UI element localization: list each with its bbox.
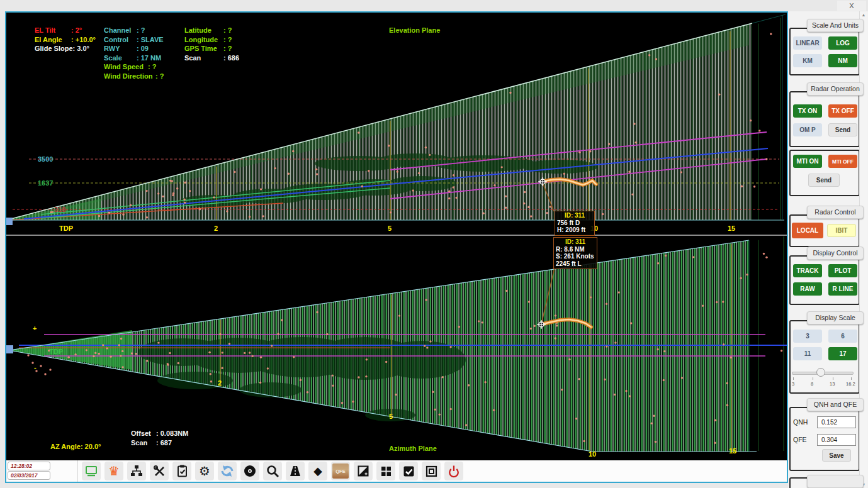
status-date: 02/03/2017 <box>8 471 50 480</box>
plot-button[interactable]: PLOT <box>828 264 857 277</box>
tx-on-button[interactable]: TX ON <box>793 104 822 118</box>
elevation-range-tdp: TDP <box>59 225 73 232</box>
monitor-icon <box>84 464 98 478</box>
log-button[interactable]: LOG <box>828 36 857 50</box>
slider-tick-8: 8 <box>811 381 813 387</box>
clipboard-icon <box>175 464 189 478</box>
qfe-image-icon: QFE <box>332 463 349 479</box>
status-time: 12:28:02 <box>8 462 50 470</box>
elevation-info-col3: Latitude: ? Longitude: ? GPS Time: ? Sca… <box>184 26 239 62</box>
tx-off-button[interactable]: TX OFF <box>828 104 857 118</box>
settings-button[interactable]: ⚙ <box>195 462 214 480</box>
azimuth-plane-title: Azimuth Plane <box>389 445 437 452</box>
road-icon <box>288 464 302 478</box>
qnh-input[interactable] <box>817 416 856 428</box>
linear-button[interactable]: LINEAR <box>793 36 822 50</box>
elevation-plane-title: Elevation Plane <box>389 26 440 34</box>
slider-tick-16-2: 16.2 <box>846 381 855 387</box>
mti-on-button[interactable]: MTI ON <box>793 155 822 168</box>
scale-3-button[interactable]: 3 <box>793 330 822 343</box>
azimuth-range-2: 2 <box>218 379 222 387</box>
azimuth-target-datablock[interactable]: ID: 311 R: 8.6 NM S: 261 Knots 2245 ft L <box>553 237 597 269</box>
raw-button[interactable]: RAW <box>793 282 822 296</box>
mti-off-button[interactable]: MTI OFF <box>828 155 857 168</box>
azimuth-angle-readout: AZ Angle: 20.0° <box>50 442 101 452</box>
altitude-label-318: 318 <box>54 206 65 213</box>
radar-window: 3500 1637 318 TDP 2 5 10 15 <box>5 11 788 483</box>
elevation-range-15: 15 <box>728 225 735 232</box>
mti-send-button[interactable]: Send <box>808 174 840 187</box>
control-sidebar: ▲ ▼ Scale And Units LINEAR LOG KM NM Rad… <box>788 11 868 488</box>
clipboard-button[interactable] <box>172 462 191 480</box>
marker-button[interactable]: ◆ <box>308 462 327 480</box>
r-line-button[interactable]: R LINE <box>828 282 857 296</box>
display-scale-title: Display Scale <box>807 311 864 324</box>
azimuth-minus-label: - <box>34 363 37 371</box>
disc-button[interactable] <box>240 462 259 480</box>
sitemap-button[interactable] <box>127 462 146 480</box>
monitor-button[interactable] <box>82 462 101 480</box>
crown-icon: ♛ <box>108 465 120 477</box>
ibit-button[interactable]: IBIT <box>827 224 856 237</box>
azimuth-wedge: + - TDP 2 5 10 15 <box>6 236 787 458</box>
scrollbar-up-icon[interactable]: ▲ <box>860 13 867 17</box>
scale-slider-thumb[interactable] <box>816 368 825 377</box>
scale-6-button[interactable]: 6 <box>828 330 857 343</box>
disc-icon <box>243 464 257 478</box>
layout-icon <box>379 464 393 478</box>
window-close-button[interactable]: X <box>837 1 866 11</box>
tx-send-button[interactable]: Send <box>828 123 857 136</box>
frame-icon <box>424 464 438 478</box>
radar-operation-title: Radar Operation <box>807 82 864 96</box>
search-button[interactable] <box>263 462 282 480</box>
power-button[interactable] <box>444 462 463 480</box>
altitude-label-3500: 3500 <box>38 155 53 163</box>
qnh-qfe-title: QNH and QFE <box>807 398 864 411</box>
app-root: X <box>0 0 868 488</box>
elevation-target-datablock[interactable]: ID: 311 756 ft D H: 2009 ft <box>555 211 595 236</box>
altitude-label-1637: 1637 <box>38 179 53 187</box>
sitemap-icon <box>130 464 144 478</box>
gear-icon: ⚙ <box>199 465 210 477</box>
scale-17-button[interactable]: 17 <box>828 347 857 360</box>
crown-button[interactable]: ♛ <box>104 462 123 480</box>
azimuth-range-5: 5 <box>389 413 393 420</box>
checkbox-icon <box>402 464 415 478</box>
checkbox-button[interactable] <box>399 462 418 480</box>
qfe-input[interactable] <box>817 434 856 446</box>
nm-button[interactable]: NM <box>828 54 857 67</box>
refresh-button[interactable] <box>218 462 237 480</box>
azimuth-offset-scan-readout: Offset: 0.083NM Scan: 687 <box>131 429 188 447</box>
cutoff-panel-title <box>807 475 864 488</box>
display-control-title: Display Control <box>807 247 864 260</box>
local-button[interactable]: LOCAL <box>792 223 823 238</box>
slider-tick-3: 3 <box>792 381 794 387</box>
adjust-button[interactable] <box>354 462 373 480</box>
display-control-panel <box>789 255 860 305</box>
slider-tick-13: 13 <box>830 381 835 387</box>
diamond-icon: ◆ <box>313 465 322 477</box>
scale-11-button[interactable]: 11 <box>793 347 822 360</box>
qnh-label: QNH <box>793 418 808 426</box>
azimuth-range-10: 10 <box>589 450 596 458</box>
azimuth-tdp-label: TDP <box>49 348 63 355</box>
elevation-range-5: 5 <box>388 225 392 232</box>
frame-button[interactable] <box>422 462 441 480</box>
track-button[interactable]: TRACK <box>793 264 822 277</box>
qnh-qfe-save-button[interactable]: Save <box>822 449 851 462</box>
azimuth-range-15: 15 <box>729 447 736 455</box>
scale-and-units-title: Scale And Units <box>807 19 864 32</box>
refresh-icon <box>220 464 234 478</box>
qfe-label: QFE <box>793 436 807 443</box>
qfe-map-button[interactable]: QFE <box>331 462 350 480</box>
km-button[interactable]: KM <box>793 54 822 67</box>
runway-button[interactable] <box>286 462 305 480</box>
elevation-info-col2: Channel: ? Control: SLAVE RWY: 09 Scale:… <box>104 26 164 81</box>
tools-button[interactable] <box>150 462 169 480</box>
radar-display[interactable]: 3500 1637 318 TDP 2 5 10 15 <box>6 13 787 460</box>
om-p-button[interactable]: OM P <box>793 123 822 136</box>
adjust-icon <box>356 464 370 478</box>
radar-operation-panel <box>789 91 860 147</box>
radar-control-title: Radar Control <box>807 206 864 219</box>
layout-button[interactable] <box>376 462 395 480</box>
